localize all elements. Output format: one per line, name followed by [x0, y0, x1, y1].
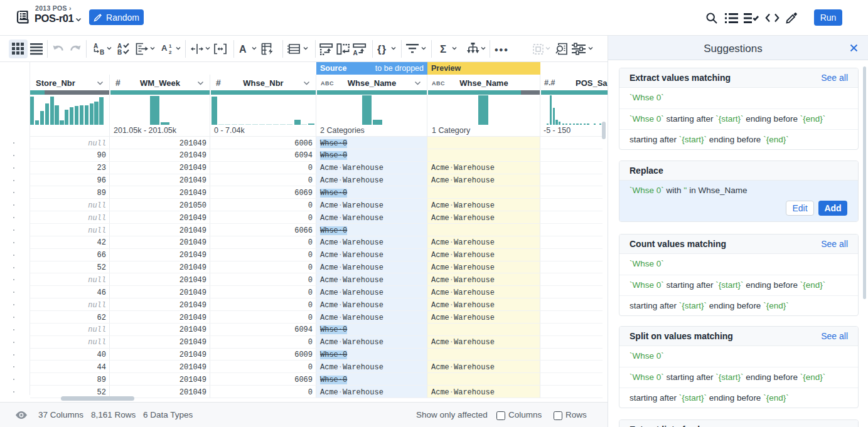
svg-text:B: B: [100, 49, 104, 55]
svg-text:B: B: [117, 49, 122, 55]
svg-text:A: A: [353, 50, 358, 56]
svg-text:A: A: [161, 43, 168, 53]
svg-text:A: A: [94, 43, 98, 50]
svg-text:2: 2: [169, 50, 172, 55]
svg-text:1: 1: [169, 43, 172, 49]
